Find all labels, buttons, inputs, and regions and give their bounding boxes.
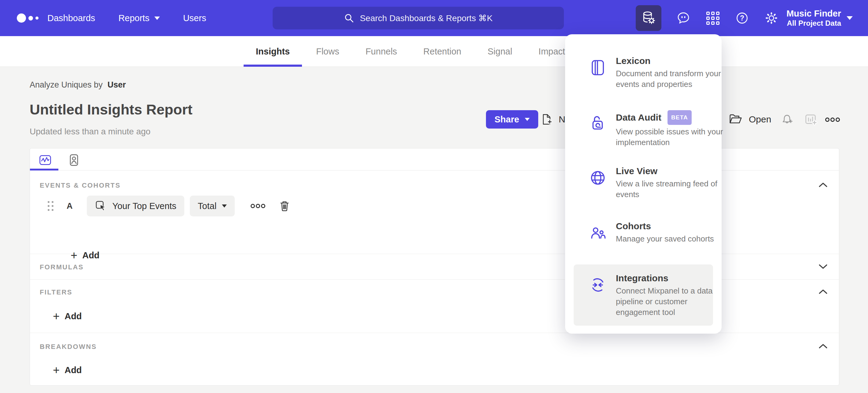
nav-link-label: Reports	[118, 13, 150, 23]
add-to-dashboard-icon[interactable]	[804, 113, 818, 127]
search-icon	[344, 13, 354, 23]
folder-open-icon	[728, 112, 743, 127]
collapse-section-icon[interactable]	[818, 288, 828, 295]
tab-label: Impact	[538, 47, 565, 57]
add-label: Add	[64, 365, 82, 375]
globe-icon	[589, 169, 607, 187]
menu-item-content: Integrations Connect Mixpanel to a data …	[589, 273, 720, 318]
tab-label: Retention	[423, 47, 461, 57]
book-icon	[589, 59, 607, 77]
drag-handle-icon[interactable]	[48, 201, 54, 211]
menu-item-desc: View possible issues with your implement…	[616, 127, 723, 148]
more-dot	[825, 117, 830, 122]
open-label: Open	[749, 114, 771, 124]
person-card-icon	[67, 153, 81, 167]
menu-item-desc: Connect Mixpanel to a data pipeline or c…	[616, 286, 720, 318]
menu-item-desc: Document and transform your events and p…	[616, 68, 723, 90]
section-label: BREAKDOWNS	[40, 343, 97, 351]
event-selector[interactable]: Your Top Events	[87, 196, 185, 216]
menu-item-text: Cohorts Manage your saved cohorts	[616, 220, 723, 244]
section-label: FORMULAS	[40, 263, 84, 271]
event-more-options-icon[interactable]	[251, 204, 265, 208]
apps-grid-icon[interactable]	[705, 11, 720, 25]
report-tabs: Insights Flows Funnels Retention Signal …	[256, 36, 565, 67]
tab-insights[interactable]: Insights	[256, 36, 290, 67]
create-alert-bell-icon[interactable]	[780, 113, 794, 127]
analyze-label: Analyze Uniques by	[30, 80, 103, 90]
event-row: A Your Top Events Total	[48, 196, 291, 216]
beta-badge: BETA	[668, 110, 692, 125]
menu-item-text: Live View View a live streaming feed of …	[616, 165, 723, 200]
question-glyph: ?	[735, 11, 749, 25]
delete-event-icon[interactable]	[278, 200, 291, 213]
menu-item-cohorts[interactable]: Cohorts Manage your saved cohorts	[589, 220, 723, 244]
nav-link-users[interactable]: Users	[183, 13, 206, 23]
section-label: FILTERS	[40, 288, 72, 296]
more-dot	[830, 117, 835, 122]
collapse-section-icon[interactable]	[818, 181, 828, 188]
menu-item-title: Data Audit	[616, 112, 661, 123]
project-names: Music Finder All Project Data	[786, 8, 841, 28]
cohorts-icon	[589, 224, 607, 242]
more-options-icon[interactable]	[825, 117, 840, 122]
menu-item-text: Integrations Connect Mixpanel to a data …	[616, 273, 720, 318]
tab-flows[interactable]: Flows	[316, 36, 339, 67]
menu-item-live-view[interactable]: Live View View a live streaming feed of …	[589, 165, 723, 200]
menu-item-desc: Manage your saved cohorts	[616, 233, 723, 244]
data-management-icon[interactable]	[636, 5, 661, 31]
analyze-line: Analyze Uniques by User	[30, 80, 126, 90]
tab-retention[interactable]: Retention	[423, 36, 461, 67]
open-button[interactable]: Open	[728, 110, 771, 129]
menu-item-lexicon[interactable]: Lexicon Document and transform your even…	[589, 55, 723, 90]
project-name: Music Finder	[786, 8, 841, 19]
data-management-menu: Lexicon Document and transform your even…	[565, 34, 722, 334]
expand-section-icon[interactable]	[818, 263, 828, 270]
share-label: Share	[495, 114, 519, 124]
more-dot	[261, 204, 265, 208]
help-icon[interactable]: ?	[735, 11, 749, 25]
nav-icon-cluster: ?	[636, 0, 779, 36]
integrations-icon	[589, 276, 607, 294]
top-nav: Dashboards Reports Users Search Dashboar…	[0, 0, 868, 36]
nav-link-reports[interactable]: Reports	[118, 13, 160, 23]
settings-gear-icon[interactable]	[764, 11, 779, 25]
svg-text:?: ?	[740, 14, 744, 22]
chevron-down-icon	[222, 204, 227, 207]
tab-events-metrics[interactable]	[38, 153, 52, 167]
metric-dropdown[interactable]: Total	[190, 196, 235, 216]
event-name: Your Top Events	[113, 201, 177, 211]
tab-profiles[interactable]	[67, 153, 81, 167]
pulse-chart-icon	[38, 153, 52, 167]
plus-icon: +	[53, 310, 60, 322]
mixpanel-logo[interactable]	[17, 0, 38, 36]
menu-item-data-audit[interactable]: Data Audit BETA View possible issues wit…	[589, 110, 723, 148]
analyze-value[interactable]: User	[107, 80, 126, 90]
tab-label: Insights	[256, 47, 290, 57]
database-gear-glyph	[641, 10, 656, 26]
share-button[interactable]: Share	[486, 110, 538, 129]
section-breakdowns: BREAKDOWNS + Add	[30, 333, 839, 386]
collapse-section-icon[interactable]	[818, 343, 828, 349]
click-event-icon	[95, 200, 107, 212]
feedback-icon[interactable]	[676, 11, 691, 25]
search-input[interactable]: Search Dashboards & Reports ⌘K	[273, 7, 564, 29]
tab-funnels[interactable]: Funnels	[366, 36, 397, 67]
add-filter-button[interactable]: + Add	[53, 310, 82, 322]
menu-item-title: Integrations	[616, 273, 669, 284]
report-title[interactable]: Untitled Insights Report	[30, 101, 192, 118]
project-selector[interactable]: Music Finder All Project Data	[786, 0, 853, 36]
lock-icon	[589, 114, 607, 132]
menu-item-integrations[interactable]: Integrations Connect Mixpanel to a data …	[574, 264, 713, 326]
tab-impact[interactable]: Impact	[538, 36, 565, 67]
gear-glyph	[764, 11, 779, 25]
project-scope: All Project Data	[786, 19, 841, 28]
nav-link-dashboards[interactable]: Dashboards	[48, 13, 95, 23]
metric-value: Total	[198, 201, 216, 211]
chevron-down-icon	[154, 17, 160, 20]
grid-glyph	[706, 11, 719, 25]
tab-signal[interactable]: Signal	[488, 36, 512, 67]
search-placeholder: Search Dashboards & Reports ⌘K	[360, 13, 492, 23]
add-breakdown-button[interactable]: + Add	[53, 364, 82, 376]
nav-links: Dashboards Reports Users	[48, 0, 206, 36]
menu-item-title: Lexicon	[616, 55, 650, 67]
